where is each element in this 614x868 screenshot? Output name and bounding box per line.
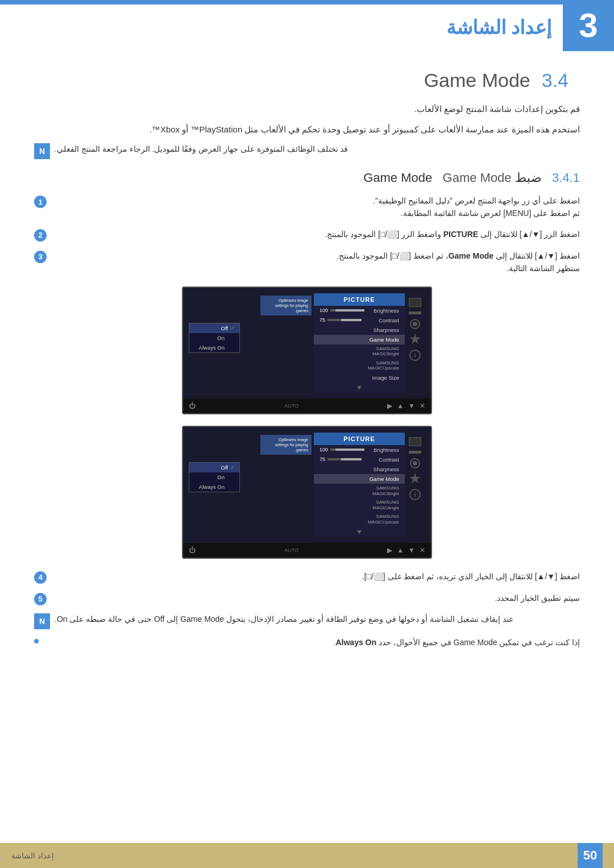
toolbar-icons-2: ✕ ▼ ▲ ▶ [387, 546, 425, 554]
step-4-text: اضغط [▼/▲] للانتقال إلى الخيار الذي تريد… [52, 570, 580, 583]
intro-line2: استخدم هذه الميزة عند ممارسة الألعاب على… [34, 123, 580, 136]
toolbar-x-icon-2: ✕ [420, 546, 425, 554]
toolbar-up-icon-2: ▲ [397, 546, 404, 554]
top-accent-bar [0, 0, 614, 5]
magicangle-row: SAMSUNGMAGICAngle [314, 498, 405, 512]
step-2: اضغط الزر [▼/▲] للانتقال إلى PICTURE واض… [34, 228, 580, 242]
main-content: قم بتكوين إعدادات شاشة المنتج لوضع الألع… [34, 102, 580, 653]
section-number: 3.4 [542, 69, 569, 91]
magicbright-row-2: SAMSUNGMAGICBright [314, 484, 405, 498]
menu-icon-cog [409, 334, 421, 345]
hint-box-2: Optimizes image settings for playing gam… [260, 435, 312, 455]
toolbar-down-icon-2: ▼ [408, 546, 415, 554]
step-5: سيتم تطبيق الخيار المحدد. 5 [34, 592, 580, 605]
footer-chapter-label: إعداد الشاشة [11, 852, 54, 860]
dropdown-alwayson-1: Always On [189, 343, 239, 352]
step-2-text: اضغط الزر [▼/▲] للانتقال إلى PICTURE واض… [52, 228, 580, 240]
menu-panel-1: PICTURE Brightness 100 Contrast 75 [314, 293, 405, 393]
toolbar-right-icon-2: ▶ [387, 546, 392, 554]
step-3-text: اضغط [▼/▲] للانتقال إلى Game Mode، ثم اض… [52, 250, 580, 275]
dropdown-off-1: ✓Off [189, 323, 239, 333]
note-icon: N [34, 143, 50, 159]
subsection-number: 3.4.1 [552, 171, 580, 185]
monitor-1-screen: i PICTURE Brightness 100 Contrast [183, 288, 431, 398]
toolbar-x-icon: ✕ [420, 402, 425, 410]
monitor-2-toolbar: ✕ ▼ ▲ ▶ AUTO ⏻ [183, 543, 431, 558]
gamemode-row-2: Game Mode [314, 474, 405, 484]
monitor-1-toolbar: ✕ ▼ ▲ ▶ AUTO ⏻ [183, 398, 431, 413]
bullet-list: إذا كنت ترغب في تمكين Game Mode في جميع … [34, 636, 580, 649]
note-box: قد تختلف الوظائف المتوفرة على جهاز العرض… [34, 143, 580, 159]
intro-line1: قم بتكوين إعدادات شاشة المنتج لوضع الألع… [34, 102, 580, 116]
menu-header-2: PICTURE [314, 433, 405, 445]
step-5-number: 5 [34, 593, 47, 605]
menu-icon-picture [409, 298, 421, 307]
screenshot-2-container: i PICTURE Brightness 100 Contrast [34, 426, 580, 559]
bullet-dot-1 [34, 639, 39, 643]
toolbar-up-icon: ▲ [397, 402, 404, 410]
contrast-row: Contrast 75 [314, 315, 405, 325]
section-title: Game Mode 3.4 [424, 68, 569, 92]
menu-icon-bar [409, 312, 421, 314]
menu-icon-info: i [409, 350, 421, 361]
step-1-number: 1 [34, 196, 47, 208]
note-block-bottom: عند إيقاف تشغيل الشاشة أو دخولها في وضع … [34, 613, 580, 629]
toolbar-down-icon: ▼ [408, 402, 415, 410]
imagesize-row: Image Size [314, 373, 405, 383]
dropdown-alwayson-2: Always On [189, 482, 239, 492]
chapter-box: 3 [563, 0, 614, 51]
step-3-number: 3 [34, 251, 47, 263]
brightness-row: Brightness 100 [314, 306, 405, 315]
brightness-row-2: Brightness 100 [314, 445, 405, 455]
dropdown-on-1: On [189, 333, 239, 343]
bullet-item-1: إذا كنت ترغب في تمكين Game Mode في جميع … [34, 636, 580, 649]
monitor-2-screen: i PICTURE Brightness 100 Contrast [183, 427, 431, 543]
chapter-number: 3 [579, 9, 598, 43]
chapter-title: إعداد الشاشة [446, 16, 551, 39]
toolbar-icons-1: ✕ ▼ ▲ ▶ [387, 402, 425, 410]
dropdown-off-2: ✓Off [189, 463, 239, 472]
monitor-1: i PICTURE Brightness 100 Contrast [182, 286, 432, 414]
step-1: اضغط على أي زر بواجهة المنتج لعرض "دليل … [34, 194, 580, 220]
menu-icon-bar-2 [409, 451, 421, 454]
gamemode-row-1: Game Mode [314, 335, 405, 344]
step-4: اضغط [▼/▲] للانتقال إلى الخيار الذي تريد… [34, 570, 580, 584]
menu-icon-picture-2 [409, 437, 421, 446]
dropdown-1: ✓Off On Always On [189, 323, 240, 353]
menu-icon-gear-small-2 [410, 458, 420, 468]
page-number: 50 [578, 843, 603, 868]
step-5-text: سيتم تطبيق الخيار المحدد. [52, 592, 580, 604]
dropdown-on-2: On [189, 472, 239, 482]
magicbright-row: SAMSUNGMAGICBright [314, 344, 405, 359]
toolbar-auto-label-2: AUTO [284, 547, 298, 553]
step-4-number: 4 [34, 571, 47, 584]
menu-icon-gear-small [410, 319, 420, 329]
toolbar-power-icon-2: ⏻ [189, 546, 196, 554]
sharpness-row-2: Sharpness [314, 464, 405, 474]
toolbar-right-icon: ▶ [387, 402, 392, 410]
page-footer: 50 إعداد الشاشة [0, 843, 614, 868]
sharpness-row: Sharpness [314, 325, 405, 335]
toolbar-auto-label: AUTO [284, 403, 298, 409]
menu-header-1: PICTURE [314, 293, 405, 306]
note-bottom-text: عند إيقاف تشغيل الشاشة أو دخولها في وضع … [55, 613, 513, 625]
contrast-row-2: Contrast 75 [314, 455, 405, 464]
menu-icon-info-2: i [409, 489, 421, 500]
note-text: قد تختلف الوظائف المتوفرة على جهاز العرض… [55, 143, 348, 155]
screenshot-1-container: i PICTURE Brightness 100 Contrast [34, 286, 580, 414]
menu-panel-2: PICTURE Brightness 100 Contrast 75 [314, 433, 405, 537]
magicupscale-row: SAMSUNGMAGICUpscale [314, 359, 405, 373]
step-1-text: اضغط على أي زر بواجهة المنتج لعرض "دليل … [52, 194, 580, 220]
menu-icon-cog-2 [409, 473, 421, 484]
dropdown-2: ✓Off On Always On [189, 462, 240, 492]
hint-box-1: Optimizes image settings for playing gam… [260, 296, 312, 315]
section-title-text: Game Mode [424, 69, 530, 91]
subsection-title: 3.4.1 ضبط Game Mode Game Mode [34, 171, 580, 185]
toolbar-power-icon: ⏻ [189, 402, 196, 410]
bullet-text-1: إذا كنت ترغب في تمكين Game Mode في جميع … [42, 636, 580, 649]
monitor-2: i PICTURE Brightness 100 Contrast [182, 426, 432, 559]
step-2-number: 2 [34, 229, 47, 242]
magicupscale-row-2: SAMSUNGMAGICUpscale [314, 512, 405, 526]
subsection-game-mode: Game Mode [443, 171, 512, 185]
step-3: اضغط [▼/▲] للانتقال إلى Game Mode، ثم اض… [34, 250, 580, 275]
